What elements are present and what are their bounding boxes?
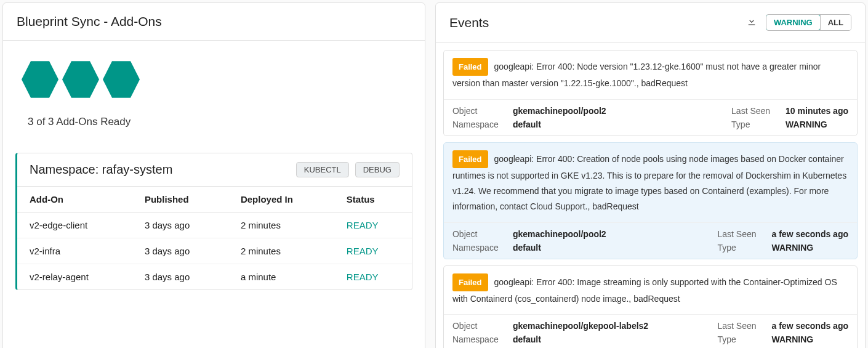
addon-published: 3 days ago <box>132 264 228 290</box>
status-badge: READY <box>347 246 379 256</box>
meta-label-namespace: Namespace <box>452 119 502 129</box>
addon-hex-icon <box>103 59 140 100</box>
addon-status: READY <box>334 238 412 264</box>
meta-label-object: Object <box>452 321 502 331</box>
event-message-text: googleapi: Error 400: Node version "1.23… <box>452 62 821 88</box>
namespace-title: Namespace: rafay-system <box>30 163 172 177</box>
events-title: Events <box>449 15 489 30</box>
addon-hex-icon <box>22 59 58 100</box>
event-card[interactable]: Failedgoogleapi: Error 400: Image stream… <box>443 265 858 348</box>
meta-label-namespace: Namespace <box>452 334 502 344</box>
meta-type: WARNING <box>772 243 814 253</box>
meta-namespace: default <box>513 243 541 253</box>
meta-label-object: Object <box>452 229 502 239</box>
meta-object: gkemachinepool/pool2 <box>513 106 606 116</box>
event-message-text: googleapi: Error 400: Creation of node p… <box>452 154 846 212</box>
meta-label-object: Object <box>452 106 502 116</box>
meta-object: gkemachinepool/gkepool-labels2 <box>513 321 648 331</box>
debug-button[interactable]: DEBUG <box>355 162 400 177</box>
addon-hex-row <box>22 59 406 100</box>
col-published: Published <box>132 187 228 212</box>
meta-label-type: Type <box>718 334 761 344</box>
event-message-text: googleapi: Error 400: Image streaming is… <box>452 277 837 304</box>
filter-warning-button[interactable]: WARNING <box>766 14 821 31</box>
meta-type: WARNING <box>786 119 827 129</box>
addon-deployed: 2 minutes <box>228 212 334 238</box>
download-icon[interactable] <box>746 16 757 29</box>
meta-label-type: Type <box>731 119 774 129</box>
addon-name: v2-edge-client <box>17 212 132 238</box>
meta-lastseen: 10 minutes ago <box>786 106 848 116</box>
addon-deployed: a minute <box>228 264 334 290</box>
col-status: Status <box>334 187 412 212</box>
table-row: v2-edge-client3 days ago2 minutesREADY <box>17 212 412 238</box>
namespace-block: Namespace: rafay-system KUBECTL DEBUG Ad… <box>15 153 412 290</box>
addon-name: v2-infra <box>17 238 132 264</box>
addons-ready-text: 3 of 3 Add-Ons Ready <box>22 113 406 147</box>
meta-lastseen: a few seconds ago <box>772 321 848 331</box>
blueprint-sync-panel: Blueprint Sync - Add-Ons 3 of 3 Add-Ons … <box>2 2 425 348</box>
event-card[interactable]: Failedgoogleapi: Error 400: Creation of … <box>443 142 858 259</box>
meta-label-namespace: Namespace <box>452 243 502 253</box>
col-addon: Add-On <box>17 187 132 212</box>
addons-tbody: v2-edge-client3 days ago2 minutesREADYv2… <box>17 212 412 290</box>
meta-label-lastseen: Last Seen <box>718 229 761 239</box>
event-message: Failedgoogleapi: Error 400: Node version… <box>444 51 857 100</box>
meta-label-lastseen: Last Seen <box>718 321 761 331</box>
addon-published: 3 days ago <box>132 212 228 238</box>
meta-lastseen: a few seconds ago <box>772 229 848 239</box>
event-message: Failedgoogleapi: Error 400: Image stream… <box>444 266 857 315</box>
addon-name: v2-relay-agent <box>17 264 132 290</box>
event-filter-group: WARNING ALL <box>766 14 851 31</box>
addon-deployed: 2 minutes <box>228 238 334 264</box>
col-deployed: Deployed In <box>228 187 334 212</box>
event-badge: Failed <box>452 58 488 76</box>
addon-published: 3 days ago <box>132 238 228 264</box>
status-badge: READY <box>347 220 379 230</box>
meta-label-lastseen: Last Seen <box>731 106 774 116</box>
addon-hex-icon <box>62 59 99 100</box>
meta-namespace: default <box>513 119 541 129</box>
status-badge: READY <box>347 272 379 282</box>
meta-object: gkemachinepool/pool2 <box>513 229 606 239</box>
table-row: v2-infra3 days ago2 minutesREADY <box>17 238 412 264</box>
blueprint-sync-title: Blueprint Sync - Add-Ons <box>17 14 162 29</box>
events-panel: Events WARNING ALL Failedgoogleapi: Erro… <box>435 2 866 348</box>
event-message: Failedgoogleapi: Error 400: Creation of … <box>444 143 857 223</box>
addon-status: READY <box>334 264 412 290</box>
kubectl-button[interactable]: KUBECTL <box>296 162 349 177</box>
event-badge: Failed <box>452 273 488 291</box>
event-card[interactable]: Failedgoogleapi: Error 400: Node version… <box>443 50 858 136</box>
addon-status: READY <box>334 212 412 238</box>
filter-all-button[interactable]: ALL <box>820 15 851 30</box>
meta-type: WARNING <box>772 334 814 344</box>
meta-label-type: Type <box>718 243 761 253</box>
meta-namespace: default <box>513 334 541 344</box>
events-list: Failedgoogleapi: Error 400: Node version… <box>436 42 865 348</box>
table-row: v2-relay-agent3 days agoa minuteREADY <box>17 264 412 290</box>
addons-table: Add-On Published Deployed In Status v2-e… <box>17 187 412 289</box>
event-badge: Failed <box>452 150 488 168</box>
